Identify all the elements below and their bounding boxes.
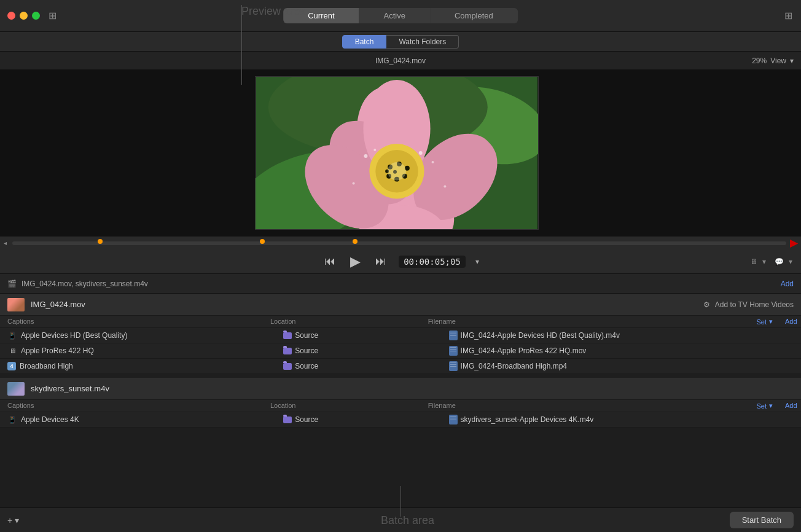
filename-text-2: IMG_0424-Apple ProRes 422 HQ.mov <box>461 346 587 355</box>
svg-point-28 <box>388 162 406 181</box>
settings-header-skydivers: Captions Location Filename Set ▾ Add <box>0 400 801 412</box>
doc-icon-3 <box>449 361 458 371</box>
col-location-label-2: Location <box>270 402 428 410</box>
setting-name-apple-hd: Apple Devices HD (Best Quality) <box>21 331 127 340</box>
add-to-tv-label: Add to TV Home Videos <box>715 300 794 309</box>
speech-bubble-icon[interactable]: 💬 <box>775 257 784 266</box>
batch-annotation-text: Batch area <box>381 514 434 527</box>
set-chevron-2: ▾ <box>769 402 773 410</box>
maximize-button[interactable] <box>32 12 40 20</box>
location-prores: Source <box>283 346 448 355</box>
timecode-chevron[interactable]: ▾ <box>475 257 479 266</box>
doc-icon-1 <box>449 331 458 340</box>
transport-bar: ⏮ ▶ ⏭ 00:00:05;05 ▾ 🖥 ▾ 💬 ▾ <box>0 249 801 274</box>
svg-point-22 <box>364 154 367 158</box>
setting-4k: 📱 Apple Devices 4K <box>7 415 283 424</box>
batch-filenames: IMG_0424.mov, skydivers_sunset.m4v <box>21 280 148 288</box>
svg-point-24 <box>419 151 423 155</box>
location-4k: Source <box>283 415 448 424</box>
settings-add-link-2[interactable]: Add <box>785 402 794 410</box>
location-text-2: Source <box>295 346 318 355</box>
settings-row-apple-hd[interactable]: 📱 Apple Devices HD (Best Quality) Source… <box>0 328 801 343</box>
set-chevron-1: ▾ <box>769 318 773 326</box>
col-set-label-1[interactable]: Set ▾ <box>756 318 773 326</box>
filename-text-1: IMG_0424-Apple Devices HD (Best Quality)… <box>461 331 620 340</box>
subtab-batch[interactable]: Batch <box>342 35 387 49</box>
filename-text-4k: skydivers_sunset-Apple Devices 4K.m4v <box>461 415 594 424</box>
skip-back-button[interactable]: ⏮ <box>322 252 338 270</box>
monitor-icon[interactable]: 🖥 <box>750 257 757 266</box>
gear-icon: ⚙ <box>703 300 710 309</box>
doc-icon-4k <box>449 415 458 424</box>
close-button[interactable] <box>7 12 15 20</box>
filename-4k: skydivers_sunset-Apple Devices 4K.m4v <box>449 415 794 424</box>
titlebar: ⊞ Current Active Completed ⊞ <box>0 0 801 32</box>
compressor-icon: 🎬 <box>7 280 17 288</box>
settings-row-prores[interactable]: 🖥 Apple ProRes 422 HQ Source IMG_0424-Ap… <box>0 343 801 359</box>
preview-image <box>255 76 539 230</box>
location-text-3: Source <box>295 362 318 370</box>
subtab-watchfolders[interactable]: Watch Folders <box>386 35 459 49</box>
settings-row-4k[interactable]: 📱 Apple Devices 4K Source skydivers_suns… <box>0 412 801 428</box>
batch-add-button[interactable]: Add <box>781 280 794 288</box>
file-thumbnail-img0424 <box>7 298 25 311</box>
svg-point-23 <box>373 149 376 151</box>
setting-broadband: 4 Broadband High <box>7 362 283 370</box>
add-bottom-button[interactable]: + ▾ <box>7 515 19 525</box>
num-badge-4: 4 <box>7 362 16 370</box>
location-broadband: Source <box>283 362 448 370</box>
filename-apple-hd: IMG_0424-Apple Devices HD (Best Quality)… <box>449 331 794 340</box>
preview-header: IMG_0424.mov 29% View ▾ <box>0 52 801 70</box>
chevron-monitor-icon[interactable]: ▾ <box>762 257 766 266</box>
minimize-button[interactable] <box>20 12 28 20</box>
filename-broadband: IMG_0424-Broadband High.mp4 <box>449 361 794 371</box>
preview-canvas <box>0 70 801 236</box>
start-batch-button[interactable]: Start Batch <box>730 512 794 528</box>
col-set-label-2[interactable]: Set ▾ <box>756 402 773 410</box>
location-text-4k: Source <box>295 415 318 424</box>
timeline-marker-2 <box>260 239 265 244</box>
tab-active[interactable]: Active <box>359 8 430 23</box>
tab-completed[interactable]: Completed <box>430 8 518 23</box>
filename-text-3: IMG_0424-Broadband High.mp4 <box>461 362 567 370</box>
settings-add-link-1[interactable]: Add <box>785 318 794 326</box>
view-chevron-icon: ▾ <box>790 57 794 65</box>
sidebar-toggle[interactable]: ⊞ <box>49 10 57 22</box>
svg-point-27 <box>443 186 446 188</box>
settings-row-broadband[interactable]: 4 Broadband High Source IMG_0424-Broadba… <box>0 359 801 374</box>
device-icon-4k: 📱 <box>7 415 17 424</box>
file-name-img0424: IMG_0424.mov <box>31 300 697 309</box>
timecode-display: 00:00:05;05 <box>399 256 466 268</box>
timeline-start: ◂ <box>4 240 9 246</box>
skip-forward-button[interactable]: ⏭ <box>373 252 389 270</box>
col-captions-label-2: Captions <box>7 402 270 410</box>
file-settings-img0424[interactable]: ⚙ Add to TV Home Videos <box>703 300 794 309</box>
add-icon: + <box>7 515 12 525</box>
file-item-img0424[interactable]: IMG_0424.mov ⚙ Add to TV Home Videos <box>0 294 801 316</box>
timeline-track[interactable] <box>12 241 786 245</box>
monitor-icon-2: 🖥 <box>7 346 17 356</box>
file-name-skydivers: skydivers_sunset.m4v <box>31 384 794 393</box>
col-filename-label-2: Filename <box>428 402 757 410</box>
file-thumbnail-skydivers <box>7 382 25 396</box>
svg-point-25 <box>432 161 434 163</box>
col-location-label-1: Location <box>270 318 428 326</box>
zoom-level[interactable]: 29% <box>752 57 767 65</box>
view-button[interactable]: View <box>770 57 786 65</box>
folder-icon-2 <box>283 348 292 354</box>
folder-icon-1 <box>283 332 292 339</box>
main-tabs: Current Active Completed <box>283 8 518 23</box>
preview-annotation-text: Preview area <box>241 5 306 18</box>
timeline-bar[interactable]: ◂ ▶ <box>0 236 801 249</box>
setting-name-4k: Apple Devices 4K <box>21 415 79 424</box>
doc-icon-2 <box>449 346 458 356</box>
setting-apple-hd: 📱 Apple Devices HD (Best Quality) <box>7 331 283 340</box>
location-apple-hd: Source <box>283 331 448 340</box>
play-button[interactable]: ▶ <box>348 251 363 272</box>
chevron-speech-icon[interactable]: ▾ <box>789 257 792 266</box>
subtabs-bar: Batch Watch Folders <box>0 32 801 52</box>
settings-icon[interactable]: ⊞ <box>784 10 792 22</box>
timeline-end-marker: ▶ <box>790 237 797 249</box>
add-chevron-icon: ▾ <box>15 515 19 525</box>
file-item-skydivers[interactable]: skydivers_sunset.m4v <box>0 378 801 400</box>
